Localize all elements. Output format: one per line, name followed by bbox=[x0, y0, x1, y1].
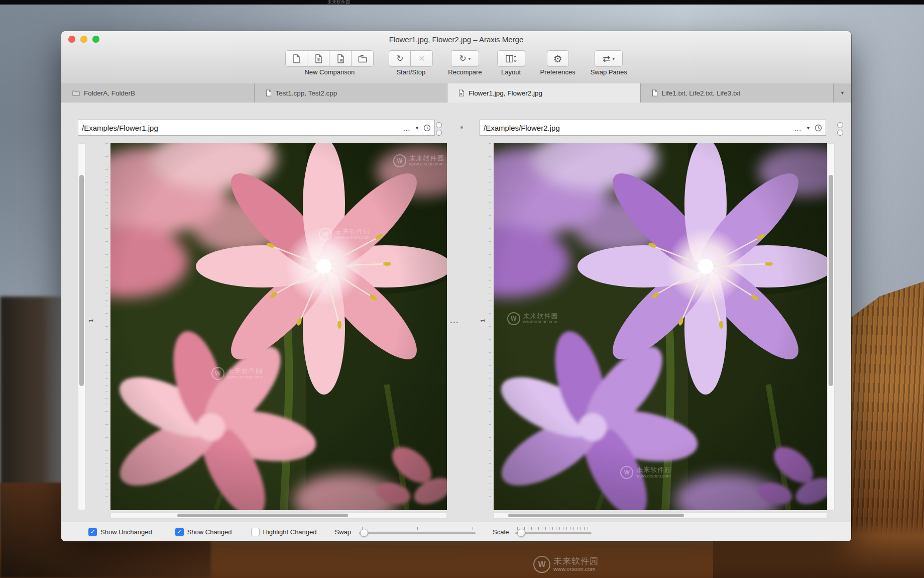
right-link-indicator[interactable] bbox=[837, 122, 843, 136]
show-unchanged-option[interactable]: ✓ Show Unchanged bbox=[88, 528, 152, 536]
stop-x-icon: × bbox=[419, 53, 425, 64]
chevron-down-icon: ▾ bbox=[612, 56, 615, 61]
binary-document-icon bbox=[313, 54, 323, 64]
new-binary-comparison-button[interactable] bbox=[307, 50, 329, 67]
toolbar: New Comparison ↻ × Start/Stop ↻▾ Recompa… bbox=[61, 47, 851, 83]
tab-overflow-button[interactable]: ▼ bbox=[834, 83, 851, 103]
checkbox-checked-icon[interactable]: ✓ bbox=[88, 528, 97, 536]
tab-life1-life2-life3[interactable]: Life1.txt, Life2.txt, Life3.txt bbox=[641, 83, 834, 103]
right-vertical-scrollbar[interactable] bbox=[827, 143, 835, 510]
toolbar-group-new-comparison: New Comparison bbox=[285, 50, 374, 76]
left-path-field[interactable]: /Examples/Flower1.jpg … ▾ bbox=[78, 120, 435, 136]
left-horizontal-scrollbar[interactable] bbox=[110, 512, 447, 519]
scale-slider[interactable] bbox=[515, 526, 592, 537]
right-path-text: /Examples/Flower2.jpg bbox=[484, 124, 789, 132]
path-dropdown-button[interactable]: ▾ bbox=[416, 125, 418, 131]
toolbar-label-recompare: Recompare bbox=[448, 68, 482, 76]
recompare-button[interactable]: ↻▾ bbox=[451, 50, 479, 67]
browse-ellipsis-button[interactable]: … bbox=[794, 124, 802, 132]
window-chrome: Flower1.jpg, Flower2.jpg – Araxis Merge bbox=[61, 31, 851, 84]
splitter-handle[interactable] bbox=[450, 322, 458, 323]
link-dot bbox=[460, 126, 463, 129]
swap-panes-button[interactable]: ⇄▾ bbox=[595, 50, 623, 67]
scale-slider-label: Scale bbox=[493, 528, 509, 536]
right-path-field[interactable]: /Examples/Flower2.jpg … ▾ bbox=[480, 120, 826, 136]
show-changed-label: Show Changed bbox=[187, 528, 232, 536]
scrollbar-thumb[interactable] bbox=[508, 514, 684, 517]
history-clock-button[interactable] bbox=[423, 124, 431, 132]
left-path-text: /Examples/Flower1.jpg bbox=[82, 124, 398, 132]
path-dropdown-button[interactable]: ▾ bbox=[807, 125, 810, 131]
new-text-comparison-button[interactable] bbox=[285, 50, 307, 67]
right-horizontal-scrollbar[interactable] bbox=[494, 512, 827, 519]
slider-thumb[interactable] bbox=[360, 529, 368, 537]
folder-icon bbox=[72, 90, 80, 96]
scrollbar-thumb[interactable] bbox=[177, 514, 348, 517]
toolbar-label-swap-panes: Swap Panes bbox=[591, 68, 627, 76]
new-folder-comparison-button[interactable] bbox=[352, 50, 374, 67]
tab-flower1-flower2[interactable]: Flower1.jpg, Flower2.jpg bbox=[447, 83, 641, 103]
tab-foldera-folderb[interactable]: FolderA, FolderB bbox=[61, 83, 255, 103]
document-icon bbox=[266, 89, 272, 97]
show-changed-option[interactable]: ✓ Show Changed bbox=[175, 528, 232, 536]
app-window: Flower1.jpg, Flower2.jpg – Araxis Merge bbox=[61, 31, 851, 541]
left-vertical-scrollbar[interactable] bbox=[78, 143, 85, 510]
right-line-marker: 1 bbox=[480, 319, 486, 322]
watermark: 未来软件园 bbox=[327, 0, 350, 5]
right-image-pane[interactable]: W未来软件园www.orsoon.com W未来软件园www.orsoon.co… bbox=[494, 143, 827, 510]
slider-track[interactable] bbox=[515, 532, 592, 534]
tab-test1-test2[interactable]: Test1.cpp, Test2.cpp bbox=[255, 83, 448, 103]
scrollbar-thumb[interactable] bbox=[829, 175, 833, 386]
slider-thumb[interactable] bbox=[517, 529, 525, 537]
clock-icon bbox=[815, 124, 822, 132]
preferences-button[interactable]: ⚙ bbox=[547, 50, 569, 67]
show-unchanged-label: Show Unchanged bbox=[100, 528, 152, 536]
new-image-comparison-button[interactable] bbox=[329, 50, 352, 67]
left-image-pane[interactable]: W未来软件园www.orsoon.com W未来软件园www.orsoon.co… bbox=[110, 143, 447, 510]
tab-bar: FolderA, FolderB Test1.cpp, Test2.cpp Fl… bbox=[61, 83, 851, 103]
slider-track[interactable] bbox=[359, 532, 476, 534]
top-black-strip bbox=[0, 0, 924, 5]
checkbox-checked-icon[interactable]: ✓ bbox=[175, 528, 184, 536]
layout-button[interactable] bbox=[497, 50, 525, 67]
left-ruler-ticks bbox=[105, 143, 108, 508]
toolbar-label-preferences: Preferences bbox=[540, 68, 575, 76]
chevron-down-icon: ▾ bbox=[469, 56, 471, 61]
left-link-indicator[interactable] bbox=[436, 122, 442, 136]
toolbar-group-swap-panes: ⇄▾ Swap Panes bbox=[591, 50, 627, 76]
toolbar-group-start-stop: ↻ × Start/Stop bbox=[389, 50, 433, 76]
browse-ellipsis-button[interactable]: … bbox=[403, 124, 411, 132]
highlight-changed-label: Highlight Changed bbox=[263, 528, 317, 536]
recompare-icon: ↻ bbox=[459, 53, 467, 64]
right-ruler-ticks bbox=[489, 143, 491, 508]
image-document-icon bbox=[335, 54, 345, 64]
document-icon bbox=[291, 54, 301, 64]
swap-slider[interactable] bbox=[359, 526, 476, 537]
swap-arrows-icon: ⇄ bbox=[603, 53, 610, 64]
checkbox-unchecked-icon[interactable] bbox=[251, 528, 260, 536]
stop-button[interactable]: × bbox=[411, 50, 433, 67]
window-title: Flower1.jpg, Flower2.jpg – Araxis Merge bbox=[61, 35, 851, 44]
reload-icon: ↻ bbox=[396, 53, 403, 64]
image-document-icon bbox=[458, 89, 465, 97]
toolbar-label-start-stop: Start/Stop bbox=[396, 68, 425, 76]
toolbar-label-layout: Layout bbox=[501, 68, 521, 76]
history-clock-button[interactable] bbox=[815, 124, 822, 132]
toolbar-group-recompare: ↻▾ Recompare bbox=[448, 50, 482, 76]
comparison-content: /Examples/Flower1.jpg … ▾ /Examples/Flow… bbox=[61, 103, 851, 541]
scrollbar-thumb[interactable] bbox=[79, 175, 84, 386]
chevron-down-icon: ▼ bbox=[840, 90, 845, 95]
flower2-image bbox=[494, 143, 827, 510]
flower1-image bbox=[110, 143, 447, 510]
clock-icon bbox=[423, 124, 431, 132]
folder-icon bbox=[358, 54, 368, 64]
toolbar-label-new-comparison: New Comparison bbox=[304, 68, 355, 76]
toolbar-group-layout: Layout bbox=[497, 50, 525, 76]
gear-icon: ⚙ bbox=[553, 53, 562, 65]
split-pane-icon bbox=[506, 55, 517, 63]
bottom-options-bar: ✓ Show Unchanged ✓ Show Changed Highligh… bbox=[61, 522, 851, 541]
highlight-changed-option[interactable]: Highlight Changed bbox=[251, 528, 317, 536]
titlebar: Flower1.jpg, Flower2.jpg – Araxis Merge bbox=[61, 31, 851, 47]
toolbar-group-preferences: ⚙ Preferences bbox=[540, 50, 575, 76]
start-button[interactable]: ↻ bbox=[389, 50, 411, 67]
